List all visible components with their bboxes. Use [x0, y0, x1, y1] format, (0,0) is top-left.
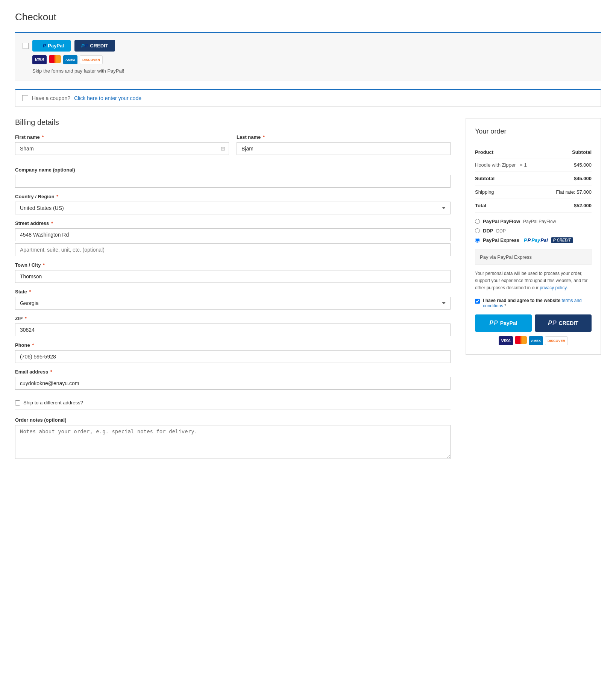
- card-logos-banner: VISA AMEX DISCOVER: [32, 55, 593, 64]
- payflow-label: PayPal PayFlow: [483, 219, 520, 224]
- total-row: Total $52.000: [475, 199, 592, 213]
- company-group: Company name (optional): [15, 167, 451, 188]
- order-buttons: PP PayPal PP CREDIT: [475, 314, 592, 332]
- paypal-express-label: PayPal Express: [483, 237, 519, 243]
- phone-group: Phone *: [15, 342, 451, 363]
- first-name-input[interactable]: [15, 142, 229, 155]
- subtotal-value: $45.000: [544, 172, 592, 185]
- credit-button-order[interactable]: PP CREDIT: [535, 314, 592, 332]
- country-select[interactable]: United States (US): [15, 202, 451, 214]
- credit-button-banner[interactable]: PP CREDIT: [74, 40, 115, 52]
- payflow-radio[interactable]: [475, 219, 480, 224]
- city-group: Town / City *: [15, 262, 451, 283]
- zip-label: ZIP *: [15, 316, 451, 321]
- coupon-bar: Have a coupon? Click here to enter your …: [15, 89, 601, 107]
- email-group: Email address *: [15, 369, 451, 390]
- paypal-banner: PP PayPal PP CREDIT VISA AMEX DISCOVER S…: [15, 32, 601, 81]
- state-group: State * Georgia: [15, 289, 451, 310]
- notes-label: Order notes (optional): [15, 417, 451, 423]
- first-name-input-wrapper: ⊞: [15, 142, 229, 155]
- first-name-group: First name * ⊞: [15, 134, 229, 155]
- phone-input[interactable]: [15, 350, 451, 363]
- email-input[interactable]: [15, 377, 451, 390]
- visa-logo: VISA: [32, 55, 47, 64]
- paypal-logo-option: PP PayPal: [524, 237, 548, 243]
- coupon-text: Have a coupon?: [32, 95, 70, 101]
- discover-logo: DISCOVER: [80, 55, 103, 64]
- main-content: Billing details First name * ⊞ Last name…: [15, 118, 601, 465]
- payment-options: PayPal PayFlow PayPal PayFlow DDP DDP Pa…: [475, 219, 592, 243]
- paypal-btn-label: PayPal: [500, 320, 517, 326]
- order-title: Your order: [475, 128, 592, 140]
- terms-label: I have read and agree to the website ter…: [483, 298, 592, 308]
- visa-logo-order: VISA: [499, 336, 513, 345]
- payment-option-paypal-express: PayPal Express PP PayPal P CREDIT: [475, 237, 592, 243]
- credit-logo-order-btn: PP: [548, 320, 556, 326]
- col-subtotal: Subtotal: [544, 146, 592, 158]
- paypal-express-desc: Pay via PayPal Express: [480, 254, 532, 260]
- street-input[interactable]: [15, 228, 451, 241]
- billing-section: Billing details First name * ⊞ Last name…: [15, 118, 451, 465]
- coupon-checkbox-icon: [22, 95, 28, 101]
- country-label: Country / Region *: [15, 194, 451, 199]
- company-label: Company name (optional): [15, 167, 451, 173]
- paypal-button-banner[interactable]: PP PayPal: [32, 40, 71, 52]
- mastercard-logo: [49, 55, 61, 63]
- notes-textarea[interactable]: [15, 425, 451, 459]
- card-logos-order: VISA AMEX DISCOVER: [475, 336, 592, 345]
- credit-btn-label: CREDIT: [559, 320, 578, 326]
- payment-option-payflow: PayPal PayFlow PayPal PayFlow: [475, 219, 592, 224]
- email-label: Email address *: [15, 369, 451, 375]
- apt-input[interactable]: [15, 243, 451, 256]
- last-name-input[interactable]: [237, 142, 451, 155]
- country-group: Country / Region * United States (US): [15, 194, 451, 214]
- last-name-group: Last name *: [237, 134, 451, 155]
- ship-checkbox[interactable]: [15, 400, 20, 405]
- autofill-icon: ⊞: [221, 146, 225, 152]
- paypal-logo-order-btn: PP: [489, 320, 498, 326]
- mastercard-logo-order: [515, 336, 527, 344]
- city-label: Town / City *: [15, 262, 451, 268]
- ddp-label: DDP: [483, 228, 493, 234]
- phone-label: Phone *: [15, 342, 451, 348]
- ship-label[interactable]: Ship to a different address?: [23, 400, 83, 405]
- credit-logo-banner: PP: [81, 43, 88, 49]
- credit-logo-option: P CREDIT: [551, 237, 573, 243]
- company-input[interactable]: [15, 175, 451, 188]
- paypal-express-radio[interactable]: [475, 238, 480, 243]
- amex-logo: AMEX: [63, 55, 77, 64]
- coupon-link[interactable]: Click here to enter your code: [74, 95, 141, 101]
- order-table: Product Subtotal Hoodie with Zipper × 1 …: [475, 146, 592, 213]
- privacy-text: Your personal data will be used to proce…: [475, 270, 592, 292]
- state-select[interactable]: Georgia: [15, 297, 451, 310]
- payflow-sub: PayPal PayFlow: [523, 219, 556, 224]
- city-input[interactable]: [15, 270, 451, 283]
- state-label: State *: [15, 289, 451, 295]
- col-product: Product: [475, 146, 544, 158]
- privacy-link[interactable]: privacy policy.: [540, 285, 567, 290]
- ddp-radio[interactable]: [475, 228, 480, 233]
- billing-title: Billing details: [15, 118, 451, 127]
- name-row: First name * ⊞ Last name *: [15, 134, 451, 161]
- subtotal-label: Subtotal: [475, 172, 544, 185]
- ddp-sub: DDP: [496, 228, 505, 234]
- zip-input[interactable]: [15, 323, 451, 336]
- shipping-value: Flat rate: $7.000: [544, 185, 592, 199]
- page-title: Checkout: [15, 11, 601, 23]
- payment-option-ddp: DDP DDP: [475, 228, 592, 234]
- terms-checkbox[interactable]: [475, 299, 480, 304]
- street-group: Street address *: [15, 220, 451, 256]
- notes-group: Order notes (optional): [15, 417, 451, 459]
- table-row: Hoodie with Zipper × 1 $45.000: [475, 158, 592, 172]
- paypal-logo-banner: PP: [39, 43, 46, 49]
- total-label: Total: [475, 199, 544, 213]
- last-name-label: Last name *: [237, 134, 451, 140]
- paypal-banner-text: Skip the forms and pay faster with PayPa…: [32, 68, 593, 74]
- street-label: Street address *: [15, 220, 451, 226]
- product-price: $45.000: [544, 158, 592, 172]
- paypal-button-order[interactable]: PP PayPal: [475, 314, 532, 332]
- discover-logo-order: DISCOVER: [545, 336, 568, 345]
- order-section: Your order Product Subtotal Hoodie with …: [466, 118, 601, 355]
- amex-logo-order: AMEX: [529, 336, 543, 345]
- subtotal-row: Subtotal $45.000: [475, 172, 592, 185]
